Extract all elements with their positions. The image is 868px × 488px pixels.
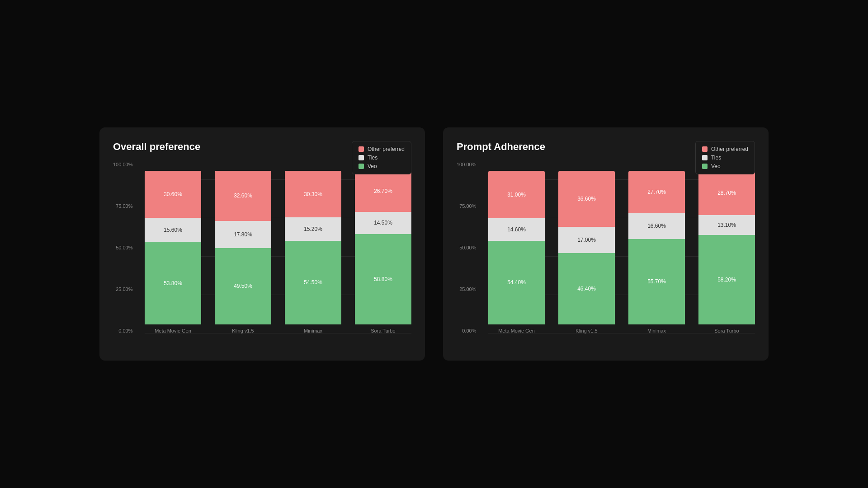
chart-area-prompt: 100.00%75.00%50.00%25.00%0.00%31.00%14.6… [488, 162, 755, 333]
legend-item-veo: Veo [359, 163, 405, 169]
charts-container: Overall preferenceOther preferredTiesVeo… [90, 118, 778, 370]
chart-card-overall: Overall preferenceOther preferredTiesVeo… [99, 127, 425, 361]
legend-label-other: Other preferred [711, 146, 748, 152]
y-axis-label: 25.00% [116, 286, 132, 292]
seg-veo-2: 54.50% [285, 241, 341, 324]
chart-area-overall: 100.00%75.00%50.00%25.00%0.00%30.60%15.6… [145, 162, 411, 333]
bar-column-2: 27.70%16.60%55.70%Minimax [628, 171, 685, 333]
seg-ties-3: 14.50% [355, 212, 411, 234]
seg-veo-3: 58.20% [698, 235, 755, 324]
legend-color-veo [359, 164, 364, 169]
bar-wrapper-1: 36.60%17.00%46.40% [558, 171, 615, 324]
bar-column-1: 36.60%17.00%46.40%Kling v1.5 [558, 171, 615, 333]
y-axis-prompt: 100.00%75.00%50.00%25.00%0.00% [457, 162, 480, 333]
legend-overall: Other preferredTiesVeo [352, 141, 411, 174]
seg-other-0: 30.60% [145, 171, 201, 218]
bar-column-0: 30.60%15.60%53.80%Meta Movie Gen [145, 171, 201, 333]
bar-wrapper-1: 32.60%17.80%49.50% [215, 171, 271, 324]
seg-ties-2: 16.60% [628, 213, 685, 239]
seg-veo-1: 49.50% [215, 248, 271, 324]
y-axis-label: 100.00% [457, 162, 476, 167]
y-axis-label: 0.00% [118, 328, 132, 333]
seg-veo-0: 54.40% [488, 241, 545, 324]
seg-veo-0: 53.80% [145, 242, 201, 324]
bar-label-2: Minimax [304, 328, 322, 333]
legend-label-veo: Veo [711, 163, 721, 169]
seg-other-2: 27.70% [628, 171, 685, 213]
bar-label-2: Minimax [647, 328, 666, 333]
seg-ties-2: 15.20% [285, 217, 341, 241]
seg-other-1: 32.60% [215, 171, 271, 221]
y-axis-label: 25.00% [459, 286, 476, 292]
seg-other-0: 31.00% [488, 171, 545, 218]
bar-wrapper-3: 28.70%13.10%58.20% [698, 171, 755, 324]
y-axis-label: 0.00% [462, 328, 476, 333]
seg-ties-1: 17.80% [215, 221, 271, 249]
bar-label-3: Sora Turbo [714, 328, 739, 333]
y-axis-label: 50.00% [116, 245, 132, 250]
legend-label-ties: Ties [711, 155, 721, 161]
legend-color-ties [359, 155, 364, 160]
seg-ties-3: 13.10% [698, 215, 755, 235]
seg-ties-0: 14.60% [488, 218, 545, 241]
bar-column-0: 31.00%14.60%54.40%Meta Movie Gen [488, 171, 545, 333]
seg-ties-0: 15.60% [145, 218, 201, 242]
legend-item-ties: Ties [359, 155, 405, 161]
legend-color-other [359, 146, 364, 152]
seg-ties-1: 17.00% [558, 227, 615, 253]
bar-wrapper-0: 30.60%15.60%53.80% [145, 171, 201, 324]
legend-item-other: Other preferred [702, 146, 748, 152]
bar-label-3: Sora Turbo [371, 328, 395, 333]
legend-label-ties: Ties [368, 155, 377, 161]
seg-other-2: 30.30% [285, 171, 341, 217]
bar-wrapper-2: 30.30%15.20%54.50% [285, 171, 341, 324]
legend-item-ties: Ties [702, 155, 748, 161]
bar-label-1: Kling v1.5 [232, 328, 254, 333]
seg-veo-2: 55.70% [628, 239, 685, 324]
bar-column-1: 32.60%17.80%49.50%Kling v1.5 [215, 171, 271, 333]
bar-label-1: Kling v1.5 [576, 328, 597, 333]
bar-column-3: preferred26.70%14.50%58.80%Sora Turbo [355, 171, 411, 333]
y-axis-overall: 100.00%75.00%50.00%25.00%0.00% [113, 162, 136, 333]
seg-veo-1: 46.40% [558, 253, 615, 324]
y-axis-label: 100.00% [113, 162, 132, 167]
bar-label-0: Meta Movie Gen [498, 328, 535, 333]
legend-label-veo: Veo [368, 163, 377, 169]
legend-item-other: Other preferred [359, 146, 405, 152]
legend-color-other [702, 146, 708, 152]
bar-column-2: 30.30%15.20%54.50%Minimax [285, 171, 341, 333]
bars-group-prompt: 31.00%14.60%54.40%Meta Movie Gen36.60%17… [488, 162, 755, 333]
bar-column-3: 28.70%13.10%58.20%Sora Turbo [698, 171, 755, 333]
y-axis-label: 75.00% [459, 203, 476, 209]
legend-color-ties [702, 155, 708, 160]
bars-group-overall: 30.60%15.60%53.80%Meta Movie Gen32.60%17… [145, 162, 411, 333]
seg-other-1: 36.60% [558, 171, 615, 227]
chart-card-prompt: Prompt AdherenceOther preferredTiesVeo10… [443, 127, 769, 361]
bar-wrapper-0: 31.00%14.60%54.40% [488, 171, 545, 324]
seg-other-3: preferred26.70% [355, 171, 411, 212]
bar-label-0: Meta Movie Gen [155, 328, 191, 333]
legend-item-veo: Veo [702, 163, 748, 169]
legend-prompt: Other preferredTiesVeo [695, 141, 755, 174]
seg-veo-3: 58.80% [355, 234, 411, 324]
bar-wrapper-2: 27.70%16.60%55.70% [628, 171, 685, 324]
bar-wrapper-3: preferred26.70%14.50%58.80% [355, 171, 411, 324]
legend-color-veo [702, 164, 708, 169]
y-axis-label: 75.00% [116, 203, 132, 209]
y-axis-label: 50.00% [459, 245, 476, 250]
legend-label-other: Other preferred [368, 146, 405, 152]
seg-other-3: 28.70% [698, 171, 755, 215]
